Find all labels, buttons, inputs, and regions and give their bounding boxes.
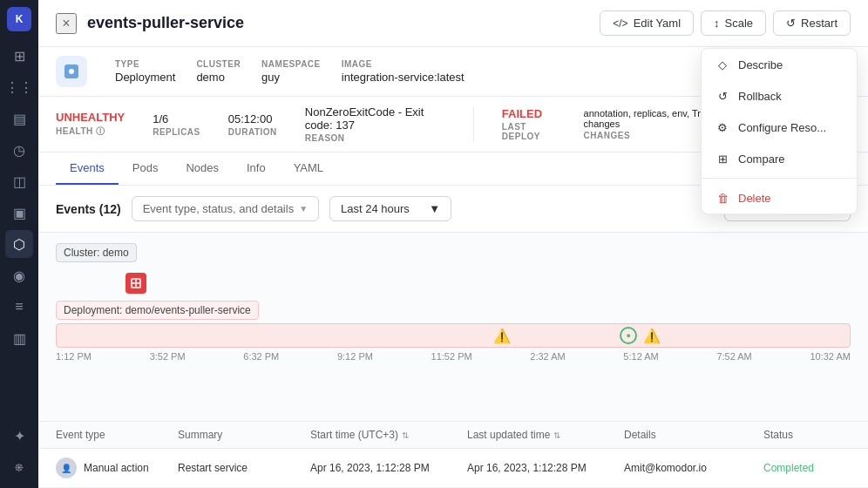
reason-value: NonZeroExitCode - Exit code: 137 (305, 105, 445, 132)
timeline-timestamps: 1:12 PM 3:52 PM 6:32 PM 9:12 PM 11:52 PM… (56, 348, 851, 365)
warning-icon-1: ⚠️ (493, 328, 511, 344)
dropdown-delete[interactable]: 🗑 Delete (702, 182, 857, 214)
health-label: HEALTH ⓘ (56, 125, 125, 138)
tab-events[interactable]: Events (56, 152, 119, 185)
cluster-timeline-label: Cluster: demo (56, 243, 137, 262)
tab-info[interactable]: Info (233, 152, 280, 185)
event-type-cell: 👤 Manual action (56, 458, 178, 478)
sidebar-item-deploy[interactable]: ⬡ (5, 230, 33, 258)
svg-rect-6 (137, 284, 139, 287)
describe-label: Describe (738, 58, 783, 71)
table-row: 👤 Manual action Restart service Apr 16, … (38, 449, 868, 488)
replicas-status: 1/6 REPLICAS (153, 112, 200, 137)
namespace-value: guy (261, 71, 321, 84)
rollback-label: Rollback (738, 90, 782, 103)
timestamp-3: 6:32 PM (243, 351, 279, 362)
image-value: integration-service:latest (342, 71, 465, 84)
timeline-area: Cluster: demo Deployment: demo/ (38, 233, 868, 421)
timestamp-5: 11:52 PM (431, 351, 472, 362)
avatar: 👤 (56, 458, 77, 478)
cluster-circle-icon: ● (620, 327, 637, 344)
scale-icon: ↕ (714, 17, 720, 30)
page-title: events-puller-service (87, 14, 589, 32)
scale-button[interactable]: ↕ Scale (701, 10, 766, 36)
tab-nodes[interactable]: Nodes (172, 152, 233, 185)
table-header: Event type Summary Start time (UTC+3) ⇅ … (38, 422, 868, 449)
sidebar-item-grid[interactable]: ⋮⋮ (5, 73, 33, 101)
filter-placeholder: Event type, status, and details (143, 202, 294, 215)
start-time-cell: Apr 16, 2023, 1:12:28 PM (310, 462, 467, 474)
sidebar-logo[interactable]: K (7, 7, 31, 31)
health-value: UNHEALTHY (56, 111, 125, 124)
replicas-label: REPLICAS (153, 127, 200, 137)
sidebar-item-list[interactable]: ≡ (5, 293, 33, 321)
events-title: Events (12) (56, 202, 121, 216)
configure-icon: ⚙ (715, 120, 729, 134)
timestamp-1: 1:12 PM (56, 351, 92, 362)
svg-point-1 (69, 69, 74, 74)
last-deploy-label: LAST DEPLOY (502, 122, 556, 141)
duration-value: 05:12:00 (228, 112, 277, 125)
dropdown-describe[interactable]: ◇ Describe (702, 49, 857, 80)
col-summary: Summary (178, 429, 310, 441)
sidebar-item-clock[interactable]: ◷ (5, 136, 33, 164)
time-filter[interactable]: Last 24 hours ▼ (329, 196, 451, 221)
timestamp-7: 5:12 AM (623, 351, 658, 362)
compare-label: Compare (738, 152, 784, 166)
col-start-time: Start time (UTC+3) ⇅ (310, 429, 467, 441)
type-label: TYPE (115, 59, 175, 69)
cluster-info: CLUSTER demo (196, 59, 241, 84)
image-info: IMAGE integration-service:latest (342, 59, 465, 84)
close-button[interactable]: × (56, 13, 77, 34)
edit-yaml-button[interactable]: </> Edit Yaml (600, 10, 694, 36)
sidebar-item-bell[interactable]: ◫ (5, 167, 33, 195)
duration-status: 05:12:00 DURATION (228, 112, 277, 137)
start-time-sort-icon[interactable]: ⇅ (402, 430, 409, 440)
timestamp-9: 10:32 AM (810, 351, 850, 362)
header: × events-puller-service </> Edit Yaml ↕ … (38, 0, 868, 47)
dropdown-divider (702, 178, 857, 179)
dropdown-menu: ◇ Describe ↺ Rollback ⚙ Configure Reso..… (701, 48, 858, 214)
configure-label: Configure Reso... (738, 121, 826, 134)
last-updated-sort-icon[interactable]: ⇅ (553, 430, 560, 440)
replicas-value: 1/6 (153, 112, 200, 125)
svg-rect-3 (132, 280, 135, 282)
timestamp-2: 3:52 PM (150, 351, 186, 362)
last-deploy-value: FAILED (502, 107, 556, 120)
tab-pods[interactable]: Pods (119, 152, 173, 185)
edit-yaml-icon: </> (613, 17, 627, 30)
sidebar-item-dashboard[interactable]: ▤ (5, 105, 33, 132)
last-deploy-status: FAILED LAST DEPLOY (502, 107, 556, 141)
health-status: UNHEALTHY HEALTH ⓘ (56, 111, 125, 138)
filter-chevron-icon: ▼ (299, 204, 308, 214)
timestamp-6: 2:32 AM (530, 351, 565, 362)
sidebar-item-tool[interactable]: ✦ (5, 422, 33, 450)
event-type-value: Manual action (84, 462, 149, 474)
col-details: Details (624, 429, 763, 441)
dropdown-rollback[interactable]: ↺ Rollback (702, 80, 857, 112)
restart-button[interactable]: ↺ Restart (773, 10, 851, 36)
event-type-filter[interactable]: Event type, status, and details ▼ (132, 196, 319, 221)
sidebar-item-server[interactable]: ▥ (5, 324, 33, 352)
dropdown-compare[interactable]: ⊞ Compare (702, 143, 857, 174)
timestamp-4: 9:12 PM (337, 351, 373, 362)
image-label: IMAGE (342, 59, 465, 69)
delete-icon: 🗑 (715, 191, 729, 205)
describe-icon: ◇ (715, 58, 729, 71)
svg-rect-5 (132, 284, 135, 287)
dropdown-configure[interactable]: ⚙ Configure Reso... (702, 112, 857, 143)
cluster-label: CLUSTER (196, 59, 241, 69)
compare-icon: ⊞ (715, 152, 729, 166)
tab-yaml[interactable]: YAML (280, 152, 337, 185)
warning-icon-2: ⚠️ (643, 328, 661, 344)
time-chevron-icon: ▼ (429, 202, 440, 215)
status-value: Completed (763, 462, 814, 474)
timestamp-8: 7:52 AM (716, 351, 751, 362)
deployment-timeline-bar: ⚠️ ● ⚠️ (56, 323, 851, 348)
col-last-updated: Last updated time ⇅ (467, 429, 624, 441)
sidebar-item-helm[interactable]: ⎈ (5, 453, 33, 481)
sidebar-item-database[interactable]: ◉ (5, 261, 33, 289)
sidebar-item-monitor[interactable]: ▣ (5, 199, 33, 227)
deployment-timeline-label: Deployment: demo/events-puller-service (56, 301, 259, 320)
sidebar-item-home[interactable]: ⊞ (5, 42, 33, 70)
